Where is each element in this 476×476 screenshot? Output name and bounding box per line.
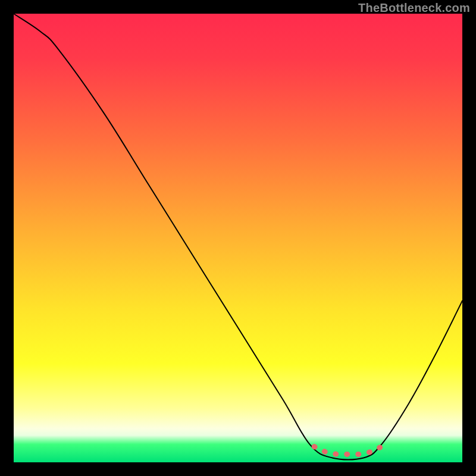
watermark-text: TheBottleneck.com bbox=[358, 1, 470, 15]
bottleneck-curve bbox=[14, 14, 462, 460]
chart-svg bbox=[14, 14, 462, 462]
trough-marker bbox=[314, 447, 381, 455]
chart-area bbox=[14, 14, 462, 462]
